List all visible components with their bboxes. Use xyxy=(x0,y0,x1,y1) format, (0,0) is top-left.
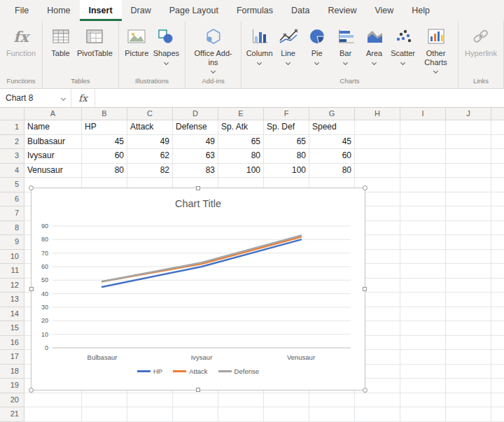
cell-partial-19[interactable] xyxy=(491,379,504,393)
cell-b21[interactable] xyxy=(82,407,127,422)
scatter-chart-button[interactable]: Scatter xyxy=(388,22,417,75)
cell-partial-17[interactable] xyxy=(491,350,504,365)
row-header-18[interactable]: 18 xyxy=(0,365,24,379)
cell-partial-11[interactable] xyxy=(491,264,504,279)
tab-help[interactable]: Help xyxy=(402,0,439,21)
cell-j6[interactable] xyxy=(446,192,491,207)
cell-g3[interactable]: 60 xyxy=(309,149,355,164)
row-header-5[interactable]: 5 xyxy=(0,178,24,192)
cell-partial-18[interactable] xyxy=(491,365,504,379)
row-header-15[interactable]: 15 xyxy=(0,321,24,336)
cell-b20[interactable] xyxy=(82,393,127,408)
cell-j21[interactable] xyxy=(446,407,491,422)
cell-j2[interactable] xyxy=(446,135,491,150)
table-button[interactable]: Table xyxy=(46,22,75,75)
cell-c2[interactable]: 49 xyxy=(127,135,173,150)
cell-d4[interactable]: 83 xyxy=(173,164,218,178)
cell-partial-16[interactable] xyxy=(491,336,504,351)
cell-f3[interactable]: 80 xyxy=(264,149,309,164)
legend-item-attack[interactable]: Attack xyxy=(173,367,207,375)
cell-i3[interactable] xyxy=(400,149,446,164)
row-header-9[interactable]: 9 xyxy=(0,235,24,250)
chart-resize-handle-nw[interactable] xyxy=(29,185,34,190)
cell-g1[interactable]: Speed xyxy=(309,120,355,135)
cell-j11[interactable] xyxy=(446,264,491,279)
cell-h4[interactable] xyxy=(355,164,400,178)
cell-j17[interactable] xyxy=(446,350,491,365)
cell-j19[interactable] xyxy=(446,379,491,393)
row-header-16[interactable]: 16 xyxy=(0,336,24,351)
pivottable-button[interactable]: PivotTable xyxy=(75,22,115,75)
row-header-19[interactable]: 19 xyxy=(0,379,24,393)
cell-h1[interactable] xyxy=(355,120,400,135)
cell-partial-10[interactable] xyxy=(491,250,504,265)
row-header-20[interactable]: 20 xyxy=(0,393,24,408)
cell-f1[interactable]: Sp. Def xyxy=(264,120,309,135)
chart-legend[interactable]: HPAttackDefense xyxy=(31,367,365,375)
cell-j4[interactable] xyxy=(446,164,491,178)
row-header-13[interactable]: 13 xyxy=(0,293,24,307)
cell-j7[interactable] xyxy=(446,206,491,221)
cell-i17[interactable] xyxy=(400,350,446,365)
cell-g2[interactable]: 45 xyxy=(309,135,355,150)
row-header-7[interactable]: 7 xyxy=(0,206,24,221)
chart-resize-handle-n[interactable] xyxy=(196,186,200,190)
cell-e4[interactable]: 100 xyxy=(218,164,264,178)
cell-f4[interactable]: 100 xyxy=(264,164,309,178)
cell-g20[interactable] xyxy=(309,393,355,408)
cell-partial-7[interactable] xyxy=(491,206,504,221)
cell-i11[interactable] xyxy=(400,264,446,279)
picture-button[interactable]: Picture xyxy=(122,22,151,75)
cell-partial-1[interactable] xyxy=(491,120,504,135)
cell-h20[interactable] xyxy=(355,393,400,408)
column-header-c[interactable]: C xyxy=(127,108,173,120)
cell-j12[interactable] xyxy=(446,279,491,293)
cell-j5[interactable] xyxy=(446,178,491,192)
cell-d3[interactable]: 63 xyxy=(173,149,218,164)
cell-d2[interactable]: 49 xyxy=(173,135,218,150)
cell-a4[interactable]: Venusaur xyxy=(24,164,82,178)
row-header-8[interactable]: 8 xyxy=(0,221,24,236)
cell-i19[interactable] xyxy=(400,379,446,393)
cell-j8[interactable] xyxy=(446,221,491,236)
cell-e2[interactable]: 65 xyxy=(218,135,264,150)
cell-h3[interactable] xyxy=(355,149,400,164)
tab-view[interactable]: View xyxy=(365,0,402,21)
row-header-10[interactable]: 10 xyxy=(0,250,24,265)
cell-g4[interactable]: 80 xyxy=(309,164,355,178)
cell-partial-4[interactable] xyxy=(491,164,504,178)
name-box[interactable]: Chart 8 xyxy=(0,89,71,107)
column-header-f[interactable]: F xyxy=(264,108,309,120)
cell-j14[interactable] xyxy=(446,307,491,322)
cell-i15[interactable] xyxy=(400,321,446,336)
cell-i2[interactable] xyxy=(400,135,446,150)
column-header-g[interactable]: G xyxy=(309,108,355,120)
cell-j1[interactable] xyxy=(446,120,491,135)
cell-c3[interactable]: 62 xyxy=(127,149,173,164)
tab-home[interactable]: Home xyxy=(38,0,79,21)
cell-i18[interactable] xyxy=(400,365,446,379)
chart[interactable]: Chart Title 0102030405060708090 Bulbasau… xyxy=(31,188,365,391)
column-header-d[interactable]: D xyxy=(173,108,218,120)
cell-a1[interactable]: Name xyxy=(24,120,82,135)
fx-button[interactable]: fx xyxy=(71,89,95,107)
cell-i7[interactable] xyxy=(400,206,446,221)
cell-i6[interactable] xyxy=(400,192,446,207)
cell-c21[interactable] xyxy=(127,407,173,422)
cell-partial-13[interactable] xyxy=(491,293,504,307)
cell-i10[interactable] xyxy=(400,250,446,265)
cell-g21[interactable] xyxy=(309,407,355,422)
series-line-defense[interactable] xyxy=(102,236,301,282)
cell-partial-5[interactable] xyxy=(491,178,504,192)
cell-j15[interactable] xyxy=(446,321,491,336)
cell-partial-9[interactable] xyxy=(491,235,504,250)
column-header-h[interactable]: H xyxy=(355,108,400,120)
cell-partial-2[interactable] xyxy=(491,135,504,150)
cell-partial-8[interactable] xyxy=(491,221,504,236)
column-chart-button[interactable]: Column xyxy=(245,22,274,75)
pie-chart-button[interactable]: Pie xyxy=(302,22,331,75)
cell-partial-12[interactable] xyxy=(491,279,504,293)
cell-i16[interactable] xyxy=(400,336,446,351)
chart-resize-handle-se[interactable] xyxy=(363,388,368,393)
cell-partial-6[interactable] xyxy=(491,192,504,207)
